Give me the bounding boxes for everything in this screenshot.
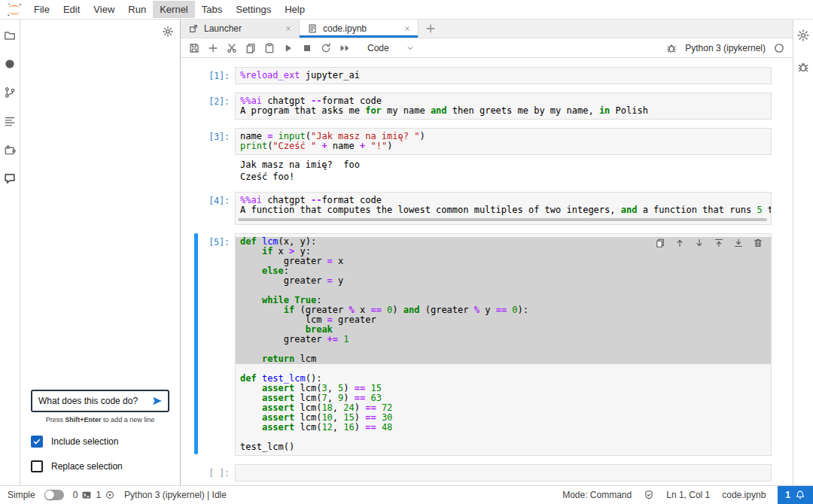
cell-editor[interactable] bbox=[235, 464, 772, 481]
cell-editor[interactable]: %reload_ext jupyter_ai bbox=[235, 67, 772, 84]
kernel-status-text[interactable]: Python 3 (ipykernel) | Idle bbox=[124, 490, 227, 500]
cell-prompt: [2]: bbox=[188, 93, 235, 120]
chat-hint-key: Shift+Enter bbox=[65, 416, 101, 424]
copy-button[interactable] bbox=[245, 42, 257, 54]
tab-label: Launcher bbox=[204, 23, 279, 34]
menu-tabs[interactable]: Tabs bbox=[195, 1, 229, 18]
fast-forward-button[interactable] bbox=[339, 42, 351, 54]
checkbox-unchecked-icon[interactable] bbox=[31, 460, 43, 472]
cursor-position[interactable]: Ln 1, Col 1 bbox=[666, 490, 710, 500]
notebook-cell[interactable]: [1]:%reload_ext jupyter_ai bbox=[188, 67, 772, 84]
cell-body: def lcm(x, y): if x > y: greater = x els… bbox=[235, 233, 772, 456]
cell-editor[interactable]: %%ai chatgpt --format codeA program that… bbox=[235, 93, 772, 120]
notebook-cell[interactable]: [4]:%%ai chatgpt --format codeA function… bbox=[188, 192, 772, 225]
cell-prompt: [ ]: bbox=[188, 464, 235, 481]
delete-icon[interactable] bbox=[753, 238, 763, 248]
status-bar: Simple 0 1 Python 3 (ipykernel) | Idle M… bbox=[0, 485, 813, 504]
stop-button[interactable] bbox=[301, 42, 313, 54]
tab-bar: Launchercode.ipynb bbox=[181, 20, 793, 38]
notebook-cell[interactable]: [5]:def lcm(x, y): if x > y: greater = x… bbox=[188, 233, 772, 456]
menu-view[interactable]: View bbox=[87, 1, 121, 18]
extensions-icon[interactable] bbox=[3, 143, 17, 156]
command-mode-indicator: Mode: Command bbox=[562, 490, 632, 500]
chat-panel: Press Shift+Enter to add a new line Incl… bbox=[20, 20, 181, 485]
save-button[interactable] bbox=[188, 42, 200, 54]
notebook-cell[interactable]: [3]:name = input("Jak masz na imię? ")pr… bbox=[188, 128, 772, 184]
chat-message-area bbox=[20, 38, 180, 390]
checkbox-checked-icon[interactable] bbox=[31, 436, 43, 448]
menu-help[interactable]: Help bbox=[278, 1, 312, 18]
left-activity-bar bbox=[0, 20, 20, 485]
checkbox-label: Include selection bbox=[51, 436, 118, 447]
cell-editor[interactable]: def lcm(x, y): if x > y: greater = x els… bbox=[235, 233, 772, 456]
send-icon[interactable] bbox=[151, 395, 163, 407]
cell-type-dropdown[interactable]: Code bbox=[367, 43, 415, 53]
checkbox-include-selection[interactable]: Include selection bbox=[31, 436, 180, 448]
notebook-cell[interactable]: [ ]: bbox=[188, 464, 772, 481]
restart-button[interactable] bbox=[320, 42, 332, 54]
chat-hint-prefix: Press bbox=[46, 416, 65, 424]
simple-mode-label: Simple bbox=[8, 490, 35, 500]
menu-bar: FileEditViewRunKernelTabsSettingsHelp bbox=[0, 0, 813, 20]
paste-button[interactable] bbox=[263, 42, 276, 54]
table-of-contents-icon[interactable] bbox=[3, 114, 17, 128]
code-line: A function that computes the lowest comm… bbox=[236, 205, 771, 215]
cut-button[interactable] bbox=[226, 42, 238, 54]
new-tab-button[interactable] bbox=[425, 23, 437, 35]
running-sessions[interactable]: 0 1 bbox=[73, 490, 115, 500]
notebook-cell[interactable]: [2]:%%ai chatgpt --format codeA program … bbox=[188, 93, 772, 120]
chat-input[interactable] bbox=[38, 396, 151, 406]
property-inspector-icon[interactable] bbox=[796, 29, 810, 42]
chat-icon[interactable] bbox=[3, 172, 17, 185]
notebook: [1]:%reload_ext jupyter_ai[2]:%%ai chatg… bbox=[181, 58, 793, 485]
close-icon[interactable] bbox=[284, 24, 293, 33]
close-icon[interactable] bbox=[403, 24, 412, 33]
menu-run[interactable]: Run bbox=[121, 1, 153, 18]
menu-edit[interactable]: Edit bbox=[56, 1, 87, 18]
cell-type-value: Code bbox=[367, 43, 389, 53]
toggle-knob bbox=[45, 490, 54, 499]
tab-code-ipynb[interactable]: code.ipynb bbox=[300, 20, 419, 38]
workspace: Press Shift+Enter to add a new line Incl… bbox=[0, 20, 813, 485]
menu-kernel[interactable]: Kernel bbox=[153, 1, 195, 18]
tabs: Launchercode.ipynb bbox=[181, 20, 419, 38]
chat-options: Include selectionReplace selection bbox=[20, 436, 180, 485]
statusbar-right: Mode: Command Ln 1, Col 1 code.ipynb 1 bbox=[562, 486, 813, 504]
code-line: print("Cześć " + name + "!") bbox=[236, 141, 771, 151]
duplicate-icon[interactable] bbox=[655, 238, 665, 248]
debugger-icon[interactable] bbox=[665, 42, 678, 54]
chat-settings-icon[interactable] bbox=[162, 26, 174, 38]
running-kernels-icon[interactable] bbox=[3, 57, 17, 71]
cell-body bbox=[235, 464, 772, 481]
cell-toolbar bbox=[655, 238, 763, 248]
simple-mode-toggle[interactable] bbox=[44, 490, 64, 500]
notifications-button[interactable]: 1 bbox=[778, 486, 813, 504]
cell-body: name = input("Jak masz na imię? ")print(… bbox=[235, 128, 772, 184]
horizontal-scrollbar[interactable] bbox=[238, 218, 767, 221]
cell-editor[interactable]: %%ai chatgpt --format codeA function tha… bbox=[235, 192, 772, 225]
move-down-icon[interactable] bbox=[694, 238, 705, 248]
insert-above-icon[interactable] bbox=[714, 238, 724, 248]
move-up-icon[interactable] bbox=[674, 238, 685, 248]
kernel-icon bbox=[105, 490, 115, 500]
chat-input-box[interactable] bbox=[31, 390, 169, 412]
code-line: test_lcm() bbox=[236, 442, 771, 452]
tab-launcher[interactable]: Launcher bbox=[181, 20, 300, 38]
cell-editor[interactable]: name = input("Jak masz na imię? ")print(… bbox=[235, 128, 772, 155]
file-browser-icon[interactable] bbox=[3, 29, 17, 42]
code-line: assert lcm(12, 16) == 48 bbox=[236, 423, 771, 433]
kernel-name[interactable]: Python 3 (ipykernel) bbox=[685, 43, 766, 53]
menu-settings[interactable]: Settings bbox=[229, 1, 278, 18]
cell-prompt: [5]: bbox=[188, 233, 235, 456]
checkbox-replace-selection[interactable]: Replace selection bbox=[31, 460, 180, 472]
insert-below-icon[interactable] bbox=[733, 238, 744, 248]
kernel-status-icon[interactable] bbox=[773, 42, 785, 54]
add-button[interactable] bbox=[207, 42, 219, 54]
jupyterlab-window: FileEditViewRunKernelTabsSettingsHelp Pr… bbox=[0, 0, 813, 504]
launcher-icon bbox=[188, 23, 199, 34]
git-icon[interactable] bbox=[3, 86, 17, 99]
menu-file[interactable]: File bbox=[27, 1, 56, 18]
run-button[interactable] bbox=[282, 42, 294, 54]
debugger-icon[interactable] bbox=[796, 60, 810, 74]
cell-body: %%ai chatgpt --format codeA function tha… bbox=[235, 192, 772, 225]
